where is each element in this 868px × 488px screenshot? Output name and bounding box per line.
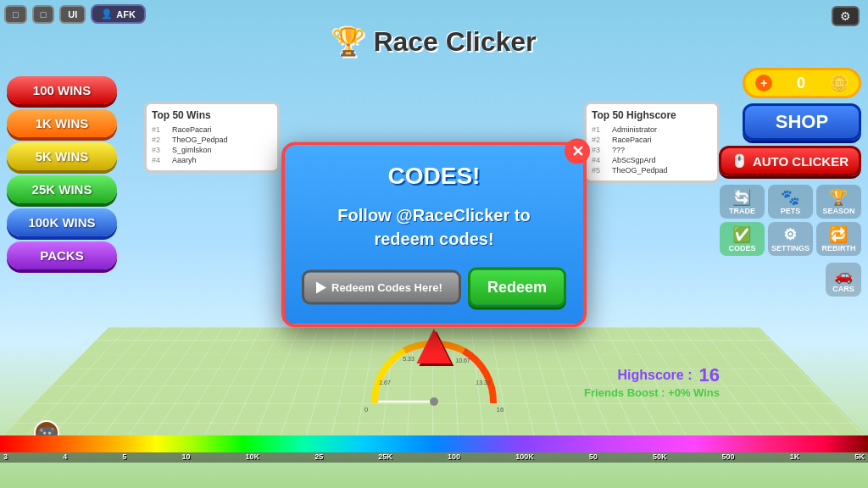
highscore-panel: Highscore : 16 Friends Boost : +0% Wins — [584, 364, 720, 399]
svg-point-1 — [430, 397, 438, 406]
svg-text:13.33: 13.33 — [476, 380, 491, 385]
lb-left-title: Top 50 Wins — [152, 109, 272, 121]
highscore-row: Highscore : 16 — [584, 364, 720, 386]
top-bar: □ □ UI 👤 AFK ⚙ — [4, 4, 864, 24]
coin-icon: 🪙 — [830, 74, 849, 92]
ui-btn-ui[interactable]: UI — [59, 5, 86, 24]
wins-btn-1k[interactable]: 1K WINS — [7, 109, 117, 137]
lb-left-row-4: #4 Aaaryh — [152, 155, 272, 165]
auto-clicker-icon: 🖱️ — [732, 153, 748, 169]
lb-left-row-1: #1 RacePacari — [152, 125, 272, 135]
highscore-value: 16 — [699, 364, 720, 386]
lb-right-row-3: #3 ??? — [592, 145, 712, 155]
xp-labels: 3 4 5 10 10K 25 25K 100 100K 50 50K 500 … — [0, 452, 868, 463]
redeem-input-button[interactable]: Redeem Codes Here! — [302, 270, 461, 305]
modal-message: Follow @RaceClicker toredeem codes! — [302, 203, 566, 251]
ui-btn-1[interactable]: □ — [4, 5, 27, 24]
lb-right-row-5: #5 TheOG_Pedpad — [592, 165, 712, 175]
coin-plus-btn[interactable]: + — [755, 75, 772, 92]
lb-right-row-4: #4 AbScSgpArd — [592, 155, 712, 165]
lb-right-row-1: #1 Administrator — [592, 125, 712, 135]
right-sidebar: + 0 🪙 SHOP 🖱️ AUTO CLICKER 🔄 TRADE 🐾 PET… — [719, 68, 861, 297]
settings-top-button[interactable]: ⚙ — [832, 6, 860, 26]
modal-title: CODES! — [302, 163, 566, 190]
season-icon-box[interactable]: 🏆 SEASON — [816, 185, 861, 219]
friends-boost: Friends Boost : +0% Wins — [584, 386, 720, 399]
left-sidebar: 100 WINS 1K WINS 5K WINS 25K WINS 100K W… — [7, 76, 117, 269]
rebirth-icon-box[interactable]: 🔁 REBIRTH — [816, 222, 861, 256]
season-icon: 🏆 — [829, 188, 848, 207]
wins-btn-100k[interactable]: 100K WINS — [7, 208, 117, 236]
wins-btn-25k[interactable]: 25K WINS — [7, 175, 117, 203]
shop-button[interactable]: SHOP — [743, 103, 861, 141]
auto-clicker-button[interactable]: 🖱️ AUTO CLICKER — [719, 146, 861, 176]
rebirth-icon: 🔁 — [829, 225, 848, 244]
highscore-label: Highscore : — [618, 368, 693, 383]
pets-icon-box[interactable]: 🐾 PETS — [768, 185, 813, 219]
afk-button[interactable]: 👤 AFK — [91, 4, 146, 24]
settings-icon-box[interactable]: ⚙ SETTINGS — [768, 222, 813, 256]
xp-bar — [0, 435, 868, 452]
cars-icon: 🚗 — [834, 266, 853, 285]
play-icon — [316, 281, 326, 293]
svg-text:0: 0 — [364, 406, 369, 412]
settings-icon: ⚙ — [783, 225, 797, 244]
leaderboard-right-panel: Top 50 Highscore #1 Administrator #2 Rac… — [584, 102, 720, 183]
game-title: 🏆 Race Clicker — [331, 25, 536, 58]
leaderboard-left-panel: Top 50 Wins #1 RacePacari #2 TheOG_Pedpa… — [144, 102, 280, 173]
svg-text:16: 16 — [497, 406, 504, 412]
lb-right-row-2: #2 RacePacari — [592, 135, 712, 145]
redeem-button[interactable]: Redeem — [468, 268, 566, 308]
wins-btn-100[interactable]: 100 WINS — [7, 76, 117, 104]
trade-icon-box[interactable]: 🔄 TRADE — [720, 185, 765, 219]
pets-icon: 🐾 — [781, 188, 799, 207]
lb-left-row-2: #2 TheOG_Pedpad — [152, 135, 272, 145]
coin-value: 0 — [797, 75, 805, 92]
user-icon: 👤 — [101, 8, 113, 19]
svg-text:2.67: 2.67 — [379, 380, 391, 385]
codes-icon: ✅ — [732, 225, 751, 244]
modal-input-row: Redeem Codes Here! Redeem — [302, 268, 566, 308]
progress-bar-container: 3 4 5 10 10K 25 25K 100 100K 50 50K 500 … — [0, 435, 868, 463]
codes-icon-box[interactable]: ✅ CODES — [720, 222, 765, 256]
modal-close-button[interactable]: ✕ — [565, 139, 590, 164]
lb-right-title: Top 50 Highscore — [592, 109, 712, 121]
ui-btn-2[interactable]: □ — [32, 5, 55, 24]
codes-modal: ✕ CODES! Follow @RaceClicker toredeem co… — [281, 142, 587, 328]
packs-btn[interactable]: PACKS — [7, 241, 117, 269]
trade-icon: 🔄 — [732, 188, 751, 207]
wins-btn-5k[interactable]: 5K WINS — [7, 142, 117, 170]
lb-left-row-3: #3 S_gimlskon — [152, 145, 272, 155]
icon-grid: 🔄 TRADE 🐾 PETS 🏆 SEASON ✅ CODES ⚙ SETTIN… — [720, 185, 861, 256]
cars-icon-box[interactable]: 🚗 CARS — [826, 263, 861, 297]
coin-bar: + 0 🪙 — [743, 68, 861, 98]
